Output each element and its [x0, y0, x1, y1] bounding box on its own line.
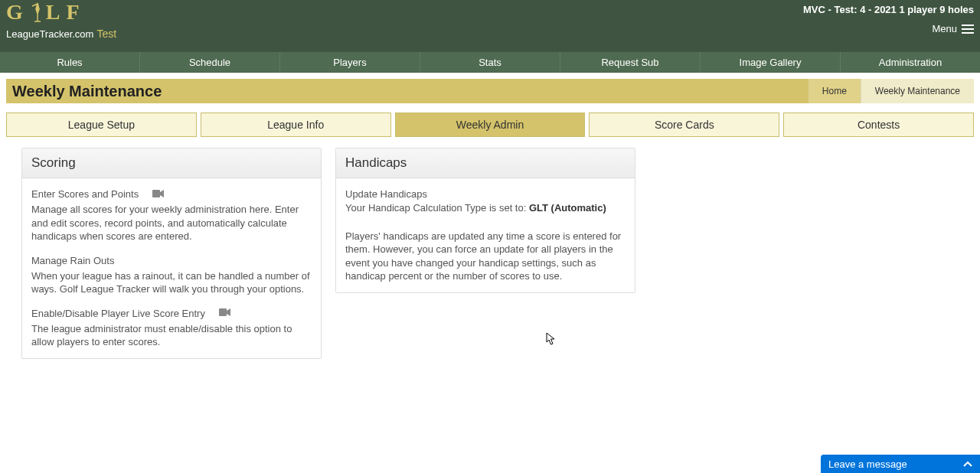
crumb-weekly-maintenance[interactable]: Weekly Maintenance	[861, 79, 974, 103]
page-title: Weekly Maintenance	[6, 83, 162, 100]
menu-button[interactable]: Menu	[803, 23, 974, 34]
nav-administration[interactable]: Administration	[840, 52, 980, 73]
breadcrumb: Home Weekly Maintenance	[808, 79, 974, 103]
nav-request-sub[interactable]: Request Sub	[560, 52, 700, 73]
tab-league-info[interactable]: League Info	[201, 113, 391, 137]
handicap-calc-value: GLT (Automatic)	[529, 202, 606, 214]
video-camera-icon[interactable]	[219, 307, 231, 321]
header-right: MVC - Test: 4 - 2021 1 player 9 holes Me…	[803, 4, 974, 34]
video-camera-icon[interactable]	[152, 188, 165, 202]
svg-rect-1	[219, 308, 227, 316]
hamburger-icon	[962, 24, 974, 34]
nav-rules[interactable]: Rules	[0, 52, 139, 73]
logo[interactable]: GLF LeagueTracker.comTest	[6, 2, 116, 40]
scoring-panel: Scoring Enter Scores and Points Manage a…	[21, 148, 322, 359]
app-header: GLF LeagueTracker.comTest MVC - Test: 4 …	[0, 0, 980, 52]
update-handicaps-link[interactable]: Update Handicaps	[345, 188, 427, 200]
nav-schedule[interactable]: Schedule	[139, 52, 279, 73]
title-bar: Weekly Maintenance Home Weekly Maintenan…	[6, 79, 974, 103]
handicaps-panel-title: Handicaps	[336, 148, 635, 178]
tab-contests[interactable]: Contests	[783, 113, 974, 137]
nav-players[interactable]: Players	[279, 52, 420, 73]
crumb-home[interactable]: Home	[808, 79, 861, 103]
handicap-calc-line: Your Handicap Calculation Type is set to…	[345, 201, 626, 215]
handicaps-panel: Handicaps Update Handicaps Your Handicap…	[335, 148, 635, 293]
tab-league-setup[interactable]: League Setup	[6, 113, 197, 137]
live-score-entry-desc: The league administrator must enable/dis…	[31, 322, 312, 349]
scoring-panel-body: Enter Scores and Points Manage all score…	[22, 178, 321, 358]
logo-word: GLF	[6, 2, 116, 23]
enter-scores-link[interactable]: Enter Scores and Points	[31, 188, 139, 200]
scoring-panel-title: Scoring	[22, 148, 321, 178]
main-nav: Rules Schedule Players Stats Request Sub…	[0, 52, 980, 73]
manage-rainouts-link[interactable]: Manage Rain Outs	[31, 255, 114, 266]
handicaps-panel-body: Update Handicaps Your Handicap Calculati…	[336, 178, 635, 292]
nav-stats[interactable]: Stats	[420, 52, 560, 73]
menu-label: Menu	[932, 23, 957, 34]
session-label: MVC - Test: 4 - 2021 1 player 9 holes	[803, 4, 974, 15]
admin-tabs: League Setup League Info Weekly Admin Sc…	[0, 103, 980, 137]
golfer-icon	[29, 2, 46, 23]
nav-image-gallery[interactable]: Image Gallery	[700, 52, 840, 73]
logo-subtitle: LeagueTracker.comTest	[6, 28, 116, 40]
handicap-calc-prefix: Your Handicap Calculation Type is set to…	[345, 202, 529, 214]
enter-scores-desc: Manage all scores for your weekly admini…	[31, 203, 312, 243]
tab-score-cards[interactable]: Score Cards	[589, 113, 779, 137]
live-score-entry-link[interactable]: Enable/Disable Player Live Score Entry	[31, 308, 205, 319]
svg-rect-0	[152, 190, 160, 197]
manage-rainouts-desc: When your league has a rainout, it can b…	[31, 269, 312, 296]
handicap-note: Players' handicaps are updated any time …	[345, 230, 626, 283]
logo-env: Test	[96, 28, 116, 40]
panels-row: Scoring Enter Scores and Points Manage a…	[0, 137, 980, 370]
tab-weekly-admin[interactable]: Weekly Admin	[395, 113, 586, 137]
